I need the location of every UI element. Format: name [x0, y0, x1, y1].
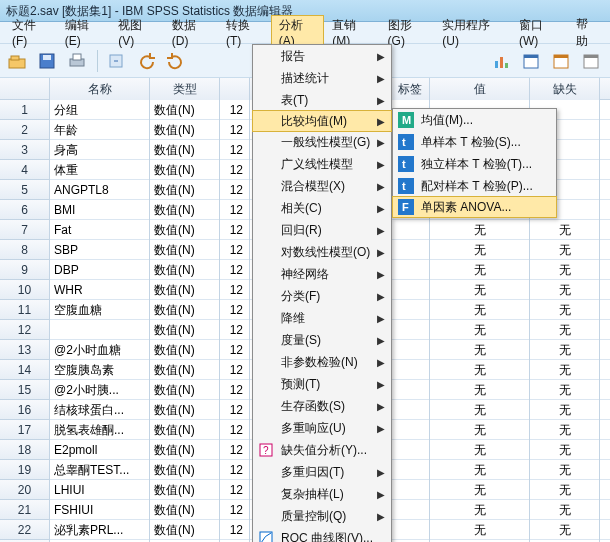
cell-type[interactable]: 数值(N): [150, 380, 220, 400]
cell-name[interactable]: SBP: [50, 240, 150, 260]
cell-values[interactable]: 无: [430, 360, 530, 380]
cell-label[interactable]: [390, 240, 430, 260]
cell-missing[interactable]: 无: [530, 360, 600, 380]
analyze-dropdown[interactable]: 报告▶描述统计▶表(T)▶比较均值(M)▶一般线性模型(G)▶广义线性模型▶混合…: [252, 44, 392, 542]
cell-type[interactable]: 数值(N): [150, 280, 220, 300]
menu-item-多重响应U[interactable]: 多重响应(U)▶: [253, 417, 391, 439]
cell-missing[interactable]: 无: [530, 300, 600, 320]
cell-name[interactable]: WHR: [50, 280, 150, 300]
cell-type[interactable]: 数值(N): [150, 520, 220, 540]
cell-missing[interactable]: 无: [530, 500, 600, 520]
cell-values[interactable]: 无: [430, 500, 530, 520]
col-type[interactable]: 类型: [150, 78, 220, 100]
print-button[interactable]: [64, 48, 92, 74]
cell-type[interactable]: 数值(N): [150, 240, 220, 260]
cell-label[interactable]: [390, 360, 430, 380]
menu-item-比较均值M[interactable]: 比较均值(M)▶: [252, 110, 392, 132]
menu-item-广义线性模型[interactable]: 广义线性模型▶: [253, 153, 391, 175]
cell-values[interactable]: 无: [430, 480, 530, 500]
cell-width[interactable]: 12: [220, 480, 250, 500]
cell-type[interactable]: 数值(N): [150, 100, 220, 120]
row-number[interactable]: 12: [0, 320, 50, 340]
undo-button[interactable]: [133, 48, 161, 74]
cell-width[interactable]: 12: [220, 420, 250, 440]
cell-width[interactable]: 12: [220, 260, 250, 280]
cell-type[interactable]: 数值(N): [150, 220, 220, 240]
cell-missing[interactable]: 无: [530, 440, 600, 460]
cell-label[interactable]: [390, 220, 430, 240]
row-number[interactable]: 17: [0, 420, 50, 440]
menu-item-ROC曲线图V[interactable]: ROC 曲线图(V)...: [253, 527, 391, 542]
cell-width[interactable]: 12: [220, 100, 250, 120]
cell-values[interactable]: 无: [430, 380, 530, 400]
row-number[interactable]: 13: [0, 340, 50, 360]
submenu-item-tp[interactable]: t配对样本 T 检验(P)...: [393, 175, 556, 197]
cell-values[interactable]: 无: [430, 400, 530, 420]
cell-width[interactable]: 12: [220, 340, 250, 360]
cell-name[interactable]: 结核球蛋白...: [50, 400, 150, 420]
cell-width[interactable]: 12: [220, 460, 250, 480]
cell-type[interactable]: 数值(N): [150, 200, 220, 220]
menu-edit[interactable]: 编辑(E): [57, 15, 110, 50]
cell-label[interactable]: [390, 440, 430, 460]
cell-values[interactable]: 无: [430, 340, 530, 360]
menu-item-混合模型X[interactable]: 混合模型(X)▶: [253, 175, 391, 197]
menu-item-质量控制Q[interactable]: 质量控制(Q)▶: [253, 505, 391, 527]
calendar-3-button[interactable]: [578, 48, 606, 74]
cell-width[interactable]: 12: [220, 140, 250, 160]
row-number[interactable]: 11: [0, 300, 50, 320]
cell-label[interactable]: [390, 480, 430, 500]
cell-label[interactable]: [390, 380, 430, 400]
cell-type[interactable]: 数值(N): [150, 320, 220, 340]
cell-values[interactable]: 无: [430, 260, 530, 280]
menu-item-报告[interactable]: 报告▶: [253, 45, 391, 67]
cell-name[interactable]: FSHIUI: [50, 500, 150, 520]
menu-util[interactable]: 实用程序(U): [434, 15, 511, 50]
cell-values[interactable]: 无: [430, 300, 530, 320]
cell-width[interactable]: 12: [220, 380, 250, 400]
row-number[interactable]: 16: [0, 400, 50, 420]
cell-values[interactable]: 无: [430, 420, 530, 440]
menu-item-预测T[interactable]: 预测(T)▶: [253, 373, 391, 395]
cell-type[interactable]: 数值(N): [150, 500, 220, 520]
cell-values[interactable]: 无: [430, 240, 530, 260]
cell-name[interactable]: 脱氢表雄酮...: [50, 420, 150, 440]
cell-values[interactable]: 无: [430, 320, 530, 340]
open-button[interactable]: [4, 48, 32, 74]
cell-width[interactable]: 12: [220, 520, 250, 540]
row-number[interactable]: 19: [0, 460, 50, 480]
row-number[interactable]: 10: [0, 280, 50, 300]
row-number[interactable]: 4: [0, 160, 50, 180]
col-width[interactable]: [220, 78, 250, 100]
menu-file[interactable]: 文件(F): [4, 15, 57, 50]
cell-values[interactable]: 无: [430, 460, 530, 480]
cell-name[interactable]: 分组: [50, 100, 150, 120]
row-number[interactable]: 5: [0, 180, 50, 200]
row-number[interactable]: 18: [0, 440, 50, 460]
menu-item-回归R[interactable]: 回归(R)▶: [253, 219, 391, 241]
menu-item-生存函数S[interactable]: 生存函数(S)▶: [253, 395, 391, 417]
cell-type[interactable]: 数值(N): [150, 440, 220, 460]
cell-type[interactable]: 数值(N): [150, 400, 220, 420]
cell-width[interactable]: 12: [220, 500, 250, 520]
submenu-item-mean[interactable]: M均值(M)...: [393, 109, 556, 131]
cell-width[interactable]: 12: [220, 280, 250, 300]
cell-type[interactable]: 数值(N): [150, 300, 220, 320]
col-missing[interactable]: 缺失: [530, 78, 600, 100]
cell-type[interactable]: 数值(N): [150, 340, 220, 360]
row-number[interactable]: 2: [0, 120, 50, 140]
cell-name[interactable]: [50, 320, 150, 340]
cell-type[interactable]: 数值(N): [150, 460, 220, 480]
cell-type[interactable]: 数值(N): [150, 180, 220, 200]
row-number[interactable]: 6: [0, 200, 50, 220]
cell-name[interactable]: E2pmoll: [50, 440, 150, 460]
cell-width[interactable]: 12: [220, 400, 250, 420]
cell-label[interactable]: [390, 340, 430, 360]
menu-item-表T[interactable]: 表(T)▶: [253, 89, 391, 111]
cell-width[interactable]: 12: [220, 360, 250, 380]
cell-name[interactable]: LHIUI: [50, 480, 150, 500]
menu-item-复杂抽样L[interactable]: 复杂抽样(L)▶: [253, 483, 391, 505]
cell-name[interactable]: 空腹胰岛素: [50, 360, 150, 380]
cell-width[interactable]: 12: [220, 320, 250, 340]
cell-name[interactable]: 泌乳素PRL...: [50, 520, 150, 540]
